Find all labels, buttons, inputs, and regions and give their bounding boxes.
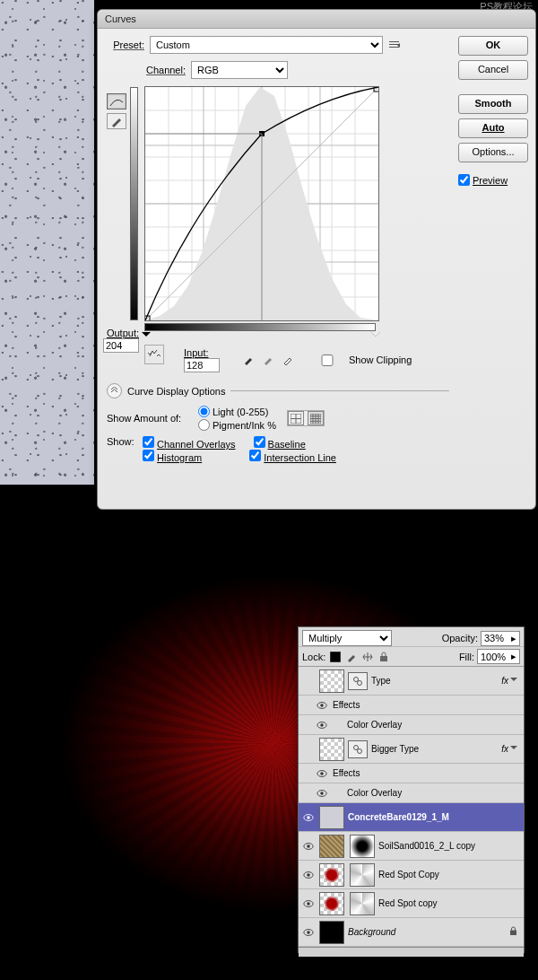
layer-row[interactable]: Type fx: [299, 667, 524, 696]
layer-mask-thumb: [350, 863, 375, 887]
visibility-toggle[interactable]: [315, 720, 329, 731]
scrubby-zoom-tool[interactable]: [144, 345, 164, 364]
curve-point-tool[interactable]: [107, 93, 126, 109]
lock-position-icon[interactable]: [360, 650, 374, 663]
svg-point-65: [307, 902, 309, 905]
grid-detailed-button[interactable]: [308, 411, 324, 425]
histogram-checkbox[interactable]: Histogram: [143, 450, 202, 463]
ok-button[interactable]: OK: [458, 36, 528, 56]
preset-menu-icon[interactable]: [388, 38, 402, 52]
dialog-title[interactable]: Curves: [98, 10, 535, 29]
layer-mask-thumb: [350, 835, 375, 858]
svg-point-57: [320, 792, 323, 794]
input-gradient[interactable]: [144, 323, 376, 331]
layer-row[interactable]: ConcreteBare0129_1_M: [299, 803, 524, 832]
preset-label: Preset:: [107, 39, 144, 50]
layer-thumb: [319, 863, 344, 887]
curve-display-label: Curve Display Options: [127, 386, 225, 397]
visibility-toggle[interactable]: [315, 768, 329, 779]
svg-rect-0: [389, 41, 399, 42]
layer-link-icon: [348, 672, 368, 690]
layer-thumb: [319, 669, 344, 693]
fx-icon[interactable]: fx: [501, 744, 521, 754]
baseline-checkbox[interactable]: Baseline: [254, 436, 306, 450]
svg-point-59: [307, 816, 309, 818]
lock-icon: [509, 926, 521, 938]
lock-all-icon[interactable]: [377, 650, 390, 663]
layer-name: Red Spot copy: [378, 898, 438, 908]
layer-name: ConcreteBare0129_1_M: [348, 812, 449, 822]
fx-icon[interactable]: fx: [501, 676, 521, 686]
lock-pixels-icon[interactable]: [344, 650, 358, 663]
layer-row[interactable]: Red Spot copy: [299, 889, 524, 918]
lock-transparency-icon[interactable]: [328, 650, 342, 663]
light-radio[interactable]: Light (0-255): [198, 406, 276, 417]
visibility-toggle[interactable]: [301, 898, 316, 909]
layer-row[interactable]: Red Spot Copy: [299, 861, 524, 889]
layers-panel-footer: [299, 947, 524, 957]
svg-rect-2: [389, 47, 399, 48]
layer-name: Red Spot Copy: [378, 870, 439, 879]
show-clipping-checkbox[interactable]: Show Clipping: [309, 354, 412, 366]
layer-name: Effects: [333, 768, 360, 778]
curves-dialog: Curves Preset: Custom Channel: RGB: [97, 9, 536, 510]
grid-simple-button[interactable]: [288, 411, 304, 425]
white-point-slider[interactable]: [371, 332, 380, 341]
layer-effects-row[interactable]: Effects: [299, 764, 524, 783]
visibility-toggle[interactable]: [301, 927, 316, 938]
layer-thumb: [319, 738, 344, 761]
preset-select[interactable]: Custom: [150, 36, 383, 54]
curves-graph[interactable]: [144, 86, 379, 321]
output-field[interactable]: [103, 338, 139, 353]
svg-point-46: [354, 677, 359, 681]
channel-overlays-checkbox[interactable]: Channel Overlays: [143, 436, 236, 450]
svg-point-61: [307, 844, 309, 847]
input-field[interactable]: [184, 358, 220, 372]
curve-pencil-tool[interactable]: [107, 113, 126, 129]
layer-effects-row[interactable]: Effects: [299, 696, 524, 715]
svg-point-49: [320, 704, 323, 706]
smooth-button[interactable]: Smooth: [458, 94, 528, 114]
intersection-checkbox[interactable]: Intersection Line: [249, 450, 336, 463]
channel-label: Channel:: [107, 65, 186, 75]
opacity-field[interactable]: 33%▸: [481, 631, 520, 646]
layer-name: Type: [371, 676, 391, 686]
layer-link-icon: [348, 740, 368, 758]
eyedropper-black-icon[interactable]: [241, 353, 256, 367]
visibility-toggle[interactable]: [301, 841, 316, 852]
layer-name: Color Overlay: [347, 788, 402, 798]
opacity-label: Opacity:: [442, 633, 478, 643]
layer-row[interactable]: Background: [299, 918, 524, 947]
svg-point-47: [358, 680, 362, 685]
eyedropper-white-icon[interactable]: [281, 353, 295, 367]
visibility-toggle[interactable]: [301, 870, 316, 880]
show-label: Show:: [107, 436, 143, 463]
svg-point-67: [307, 931, 309, 933]
eyedropper-gray-icon[interactable]: [261, 353, 275, 367]
svg-rect-43: [330, 652, 341, 662]
channel-select[interactable]: RGB: [191, 61, 288, 79]
visibility-toggle[interactable]: [315, 700, 329, 711]
svg-point-52: [354, 745, 359, 749]
layer-row[interactable]: SoilSand0016_2_L copy: [299, 832, 524, 861]
visibility-toggle[interactable]: [301, 812, 316, 823]
layer-thumb: [319, 835, 344, 858]
svg-point-55: [320, 772, 323, 774]
pigment-radio[interactable]: Pigment/Ink %: [198, 419, 276, 431]
options-button[interactable]: Options...: [458, 143, 528, 162]
layer-row[interactable]: Bigger Type fx: [299, 735, 524, 764]
curve-display-toggle[interactable]: [107, 383, 122, 398]
layer-effect-item[interactable]: Color Overlay: [299, 715, 524, 735]
svg-rect-68: [510, 931, 516, 936]
fill-field[interactable]: 100%▸: [477, 649, 520, 664]
visibility-toggle[interactable]: [315, 788, 329, 799]
layers-panel: Multiply Opacity: 33%▸ Lock: Fill: 100%▸…: [298, 626, 525, 953]
preview-checkbox[interactable]: Preview: [458, 174, 528, 186]
layer-effect-item[interactable]: Color Overlay: [299, 783, 524, 803]
blend-mode-select[interactable]: Multiply: [302, 630, 392, 646]
black-point-slider[interactable]: [142, 332, 151, 341]
layer-name: Background: [348, 927, 395, 937]
texture-preview: [0, 0, 94, 485]
cancel-button[interactable]: Cancel: [458, 60, 528, 80]
auto-button[interactable]: Auto: [458, 118, 528, 138]
